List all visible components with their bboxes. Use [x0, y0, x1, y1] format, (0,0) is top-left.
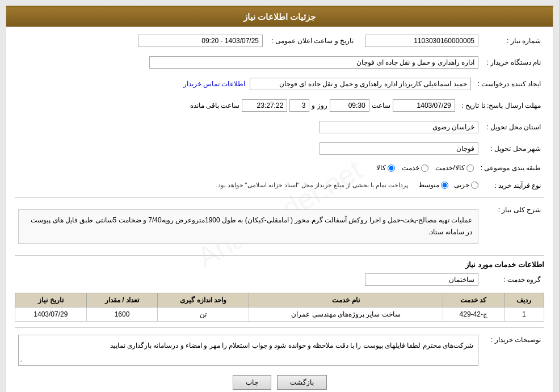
cell-nam: ساخت سایر پروژه‌های مهندسی عمران [249, 307, 443, 321]
radio-kala-label: کالا [376, 164, 386, 172]
shahr-input: فوجان [320, 142, 478, 155]
grohe-khedmat-value: ساختمان [15, 271, 482, 288]
saat-input: 09:30 [330, 99, 369, 112]
cell-tedad: 1600 [86, 307, 158, 321]
mohlat-label: مهلت ارسال پاسخ: تا تاریخ : [459, 97, 544, 114]
radio-kala[interactable] [388, 165, 395, 172]
footer-buttons: بازگشت چاپ [15, 375, 544, 392]
nam-dastgah-label: نام دستگاه خریدار : [482, 54, 544, 71]
ostan-value: خراسان رضوی [15, 119, 482, 136]
noe-farayand-label: نوع فرآیند خرید : [482, 179, 544, 193]
mohlat-value: 1403/07/29 ساعت 09:30 روز و 3 23:27:22 س… [15, 97, 459, 114]
radio-kala-khedmat[interactable] [466, 165, 474, 172]
ijad-konande-input: حمید اسماعیلی کاربرداز اداره راهداری و ح… [250, 78, 471, 90]
page-header: جزئیات اطلاعات نیاز [6, 7, 553, 27]
radio-motavaset-label: متوسط [418, 181, 439, 189]
col-kod: کد خدمت [443, 293, 504, 307]
radio-kala-khedmat-label: کالا/خدمت [435, 164, 464, 172]
towsie-box: شرکت‌های محترم لطفا فایلهای پیوست را با … [18, 335, 478, 366]
back-button[interactable]: بازگشت [277, 375, 327, 390]
tabaqe-label: طبقه بندی موضوعی : [477, 162, 544, 174]
towsie-value: شرکت‌های محترم لطفا فایلهای پیوست را با … [15, 332, 482, 368]
table-row: 1ج-42-429ساخت سایر پروژه‌های مهندسی عمرا… [15, 307, 544, 321]
tarikh-value: 1403/07/25 - 09:20 [15, 32, 266, 49]
sharh-value: عملیات تهیه مصالح-پخت-حمل و اجرا روکش آس… [15, 203, 482, 251]
cell-vahed: تن [158, 307, 249, 321]
col-tedad: تعداد / مقدار [86, 293, 158, 307]
tarikh-label: تاریخ و ساعت اعلان عمومی : [266, 32, 357, 49]
ostan-input: خراسان رضوی [320, 121, 478, 133]
page-title: جزئیات اطلاعات نیاز [243, 12, 316, 22]
nam-dastgah-value: اداره راهداری و حمل و نقل جاده ای فوجان [15, 54, 482, 71]
radio-khedmat-label: خدمت [402, 164, 419, 172]
shomare-niaz-label: شماره نیاز : [482, 32, 544, 49]
sharh-box: عملیات تهیه مصالح-پخت-حمل و اجرا روکش آس… [18, 209, 478, 244]
col-vahed: واحد اندازه گیری [158, 293, 249, 307]
radio-jazei-item[interactable]: جزیی [454, 181, 478, 189]
shomare-niaz-value: 1103030160000005 [357, 32, 482, 49]
ostan-label: استان محل تحویل : [482, 119, 544, 136]
radio-motavaset[interactable] [441, 182, 448, 189]
ijad-konande-value: حمید اسماعیلی کاربرداز اداره راهداری و ح… [15, 75, 474, 92]
radio-jazei[interactable] [471, 182, 478, 189]
tabaqe-value: کالا/خدمت خدمت کالا [15, 162, 477, 174]
radio-kala-khedmat-item[interactable]: کالا/خدمت [435, 164, 473, 172]
saat-label: ساعت [372, 102, 390, 109]
services-table: ردیف کد خدمت نام خدمت واحد اندازه گیری ت… [15, 293, 544, 322]
tarikh-input: 1403/07/25 - 09:20 [138, 35, 263, 47]
towsie-label: توضیحات خریدار : [482, 332, 544, 368]
shahr-value: فوجان [15, 140, 482, 157]
cell-kod: ج-42-429 [443, 307, 504, 321]
grohe-khedmat-label: گروه خدمت : [482, 271, 544, 288]
shahr-label: شهر محل تحویل : [482, 140, 544, 157]
baghimande-label: ساعت باقی مانده [190, 102, 240, 109]
radio-motavaset-item[interactable]: متوسط [418, 181, 448, 189]
roz-label: روز و [312, 102, 327, 109]
nam-dastgah-input: اداره راهداری و حمل و نقل جاده ای فوجان [149, 56, 478, 69]
date-input: 1403/07/29 [393, 99, 455, 112]
sharh-label: شرح کلی نیاز : [482, 203, 544, 251]
resize-handle: ⌟ [20, 355, 23, 364]
radio-jazei-label: جزیی [454, 181, 469, 189]
radio-kala-item[interactable]: کالا [376, 164, 395, 172]
khedmat-info-title: اطلاعات خدمات مورد نیاز [15, 260, 544, 269]
noe-farayand-value: جزیی متوسط پرداخت تمام یا بخشی از مبلغ خ… [15, 179, 482, 193]
col-nam: نام خدمت [249, 293, 443, 307]
col-radif: ردیف [504, 293, 544, 307]
baghimande-input: 23:27:22 [242, 99, 287, 112]
radio-khedmat[interactable] [421, 165, 428, 172]
farayand-description: پرداخت تمام یا بخشی از مبلغ خریداز محل "… [216, 182, 408, 189]
ettelaat-tamas-link[interactable]: اطلاعات تماس خریدار [183, 80, 246, 88]
roz-input: 3 [289, 99, 309, 112]
cell-tarikh: 1403/07/29 [15, 307, 87, 321]
grohe-khedmat-input: ساختمان [365, 273, 478, 286]
radio-khedmat-item[interactable]: خدمت [402, 164, 428, 172]
col-tarikh: تاریخ نیاز [15, 293, 87, 307]
shomare-niaz-input: 1103030160000005 [365, 35, 478, 47]
cell-radif: 1 [504, 307, 544, 321]
ijad-konande-label: ایجاد کننده درخواست : [474, 75, 544, 92]
print-button[interactable]: چاپ [233, 375, 271, 390]
